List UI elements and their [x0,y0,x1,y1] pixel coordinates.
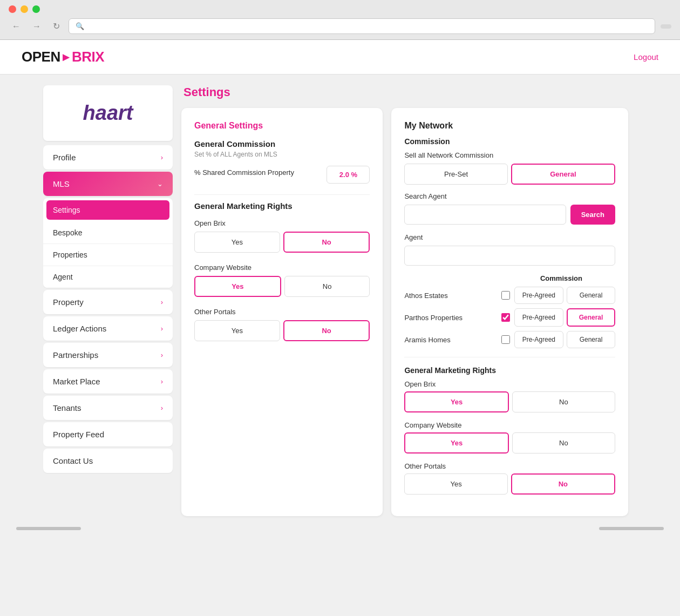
chevron-right-icon: › [161,153,163,161]
chevron-right-icon: › [161,324,163,333]
preset-button[interactable]: Pre-Set [404,164,507,185]
sidebar-item-properties[interactable]: Properties [43,243,173,266]
sidebar-item-settings[interactable]: Settings [46,200,169,220]
sidebar-item-label: Ledger Actions [53,324,106,333]
sidebar-item-ledger-actions[interactable]: Ledger Actions › [43,316,173,341]
search-agent-section: Search Agent Search [404,192,615,225]
pre-agreed-button[interactable]: Pre-Agreed [514,331,563,348]
network-company-website-section: Company Website Yes No [404,421,615,453]
sidebar-item-label: Property Feed [53,430,104,439]
content-area: Settings General Settings General Commis… [173,85,637,516]
address-bar[interactable]: 🔍 [69,18,655,34]
network-company-website-no-button[interactable]: No [512,432,615,453]
sidebar-item-profile[interactable]: Profile › [43,145,173,170]
company-website-toggle-group: Yes No [194,276,370,297]
agent-table-header: Commission [404,274,615,287]
agent-btn-group: Pre-Agreed General [514,287,615,304]
sidebar-item-label: MLS [53,179,70,188]
company-logo-box: haart [43,85,173,141]
other-portals-no-button[interactable]: No [283,320,370,341]
general-settings-card: General Settings General Commission Set … [181,108,383,516]
other-portals-section: Other Portals Yes No [194,308,370,341]
network-other-portals-yes-button[interactable]: Yes [404,473,507,495]
general-agent-button[interactable]: General [567,308,615,327]
maximize-traffic-light[interactable] [32,5,40,13]
app-wrapper: OPEN ► BRIX Logout haart Profile › MLS ⌄ [0,40,680,616]
forward-button[interactable]: → [29,19,44,33]
general-agent-button[interactable]: General [567,331,615,348]
open-brix-yes-button[interactable]: Yes [194,232,280,253]
chevron-right-icon: › [161,377,163,385]
company-logo: haart [54,101,162,125]
open-brix-no-button[interactable]: No [283,232,370,253]
divider [194,194,370,195]
agent-table: Commission Athos Estates Pre-Agreed Gene… [404,274,615,348]
sidebar-nav: Profile › MLS ⌄ Settings Bespoke Propert… [43,145,173,473]
pre-agreed-button[interactable]: Pre-Agreed [514,287,563,304]
network-open-brix-label: Open Brix [404,380,615,388]
sidebar-item-market-place[interactable]: Market Place › [43,369,173,394]
network-company-website-label: Company Website [404,421,615,429]
chevron-right-icon: › [161,404,163,412]
search-row: Search [404,205,615,225]
general-button[interactable]: General [511,164,615,185]
logo-brix: BRIX [72,49,104,65]
agent-input[interactable] [404,246,615,266]
network-other-portals-section: Other Portals Yes No [404,462,615,495]
commission-header-label: Commission [507,274,615,282]
agent-checkbox[interactable] [501,335,510,344]
agent-name: Parthos Properties [404,314,497,322]
agent-checkbox[interactable] [501,313,510,322]
sidebar-item-bespoke[interactable]: Bespoke [43,222,173,243]
company-website-yes-button[interactable]: Yes [194,276,281,297]
pre-agreed-button[interactable]: Pre-Agreed [514,308,563,327]
search-icon: 🔍 [76,22,84,30]
commission-input[interactable] [327,166,370,184]
my-network-card: My Network Commission Sell all Network C… [391,108,628,516]
close-traffic-light[interactable] [9,5,16,13]
network-company-website-yes-button[interactable]: Yes [404,432,508,453]
general-commission-section: General Commission Set % of ALL Agents o… [194,139,370,184]
browser-toolbar: ← → ↻ 🔍 [9,18,671,34]
agent-checkbox[interactable] [501,291,510,300]
company-website-no-button[interactable]: No [284,276,370,297]
sidebar-item-label: Partnerships [53,350,98,360]
gmr-heading: General Marketing Rights [194,201,370,211]
right-scrollbar-thumb[interactable] [599,527,664,530]
agent-row: Athos Estates Pre-Agreed General [404,287,615,304]
network-open-brix-no-button[interactable]: No [512,391,615,412]
other-portals-yes-button[interactable]: Yes [194,320,280,341]
minimize-traffic-light[interactable] [21,5,28,13]
sidebar-item-partnerships[interactable]: Partnerships › [43,343,173,367]
sidebar-item-label: Contact Us [53,456,93,465]
url-input[interactable] [89,22,648,30]
sidebar-item-contact-us[interactable]: Contact Us [43,449,173,473]
panels-row: General Settings General Commission Set … [181,108,628,516]
network-other-portals-no-button[interactable]: No [511,473,615,495]
network-open-brix-yes-button[interactable]: Yes [404,391,508,412]
commission-field-label: % Shared Commission Property [194,168,294,177]
back-button[interactable]: ← [9,19,24,33]
sidebar-item-agent[interactable]: Agent [43,266,173,288]
sidebar-item-mls[interactable]: MLS ⌄ [43,172,173,196]
sidebar-item-property[interactable]: Property › [43,290,173,314]
general-settings-title: General Settings [194,121,370,131]
network-open-brix-section: Open Brix Yes No [404,380,615,412]
general-agent-button[interactable]: General [567,287,615,304]
search-agent-input[interactable] [404,205,566,225]
general-marketing-rights-section: General Marketing Rights Open Brix Yes N… [194,201,370,341]
logo-arrow-icon: ► [60,50,72,64]
agent-row: Aramis Homes Pre-Agreed General [404,331,615,348]
sidebar-item-property-feed[interactable]: Property Feed [43,422,173,446]
left-scrollbar-thumb[interactable] [16,527,81,530]
search-agent-button[interactable]: Search [570,205,615,225]
network-commission-toggle: Pre-Set General [404,164,615,185]
sidebar-item-tenants[interactable]: Tenants › [43,396,173,420]
chevron-right-icon: › [161,351,163,359]
open-brix-section: Open Brix Yes No [194,219,370,253]
app-header: OPEN ► BRIX Logout [0,40,680,75]
logout-button[interactable]: Logout [634,52,658,62]
refresh-button[interactable]: ↻ [50,19,63,33]
agent-section: Agent [404,233,615,274]
browser-action-button[interactable] [661,24,671,29]
